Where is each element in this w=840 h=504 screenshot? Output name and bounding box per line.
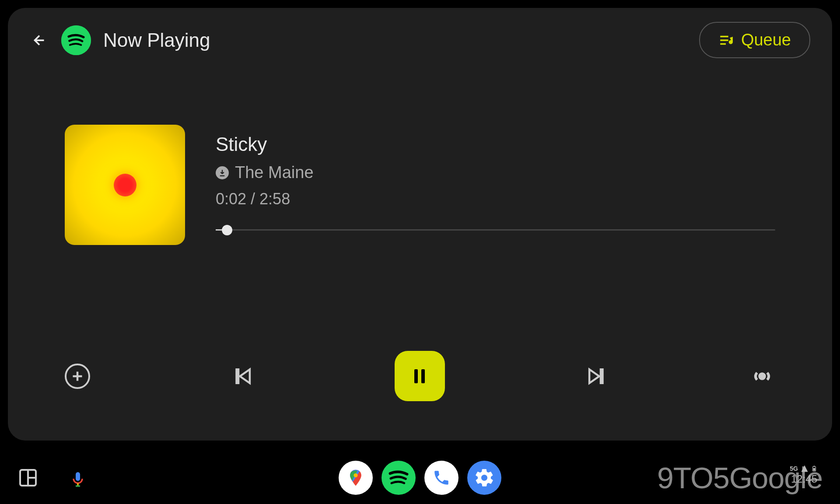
album-artwork	[65, 125, 185, 245]
spotify-logo-icon	[61, 25, 91, 55]
spotify-dock-icon	[382, 461, 416, 495]
svg-rect-7	[76, 472, 80, 481]
time-display: 0:02 / 2:58	[216, 190, 775, 208]
previous-track-button[interactable]	[229, 363, 256, 389]
page-title: Now Playing	[103, 29, 210, 51]
next-track-button[interactable]	[584, 363, 610, 389]
progress-thumb[interactable]	[222, 225, 232, 235]
total-time: 2:58	[259, 190, 290, 208]
maps-app-button[interactable]	[339, 461, 373, 495]
playback-controls	[8, 325, 832, 441]
svg-point-10	[354, 473, 357, 477]
nav-left	[18, 467, 87, 488]
downloaded-badge-icon	[216, 166, 229, 179]
skip-next-icon	[585, 364, 609, 388]
phone-icon	[432, 469, 451, 487]
maps-icon	[346, 468, 365, 487]
status-info: 5G 12:45	[790, 464, 817, 485]
nav-right: 9TO5Google 5G 12:45	[657, 461, 822, 495]
spotify-app-button[interactable]	[382, 461, 416, 495]
add-to-library-button[interactable]	[65, 364, 90, 389]
content-area: Sticky The Maine 0:02 / 2:58	[8, 72, 832, 325]
artist-row: The Maine	[216, 163, 775, 182]
dashboard-icon	[18, 467, 38, 488]
queue-icon	[718, 33, 733, 48]
system-navigation-bar: 9TO5Google 5G 12:45	[0, 452, 840, 504]
play-pause-button[interactable]	[395, 351, 445, 401]
voice-assistant-button[interactable]	[69, 469, 87, 486]
svg-rect-1	[414, 369, 418, 383]
battery-icon	[811, 464, 817, 473]
radio-button[interactable]	[749, 363, 775, 389]
signal-icon	[801, 465, 808, 472]
settings-app-button[interactable]	[467, 461, 501, 495]
status-icons: 5G	[790, 464, 817, 473]
time-separator: /	[246, 190, 259, 208]
track-title: Sticky	[216, 133, 775, 155]
track-info: Sticky The Maine 0:02 / 2:58	[216, 125, 775, 325]
app-dock	[339, 461, 501, 495]
svg-rect-2	[421, 369, 425, 383]
radio-icon	[750, 364, 774, 388]
pause-icon	[409, 366, 430, 387]
progress-bar[interactable]	[216, 229, 775, 231]
top-bar-left: Now Playing	[30, 25, 210, 55]
skip-previous-icon	[231, 364, 254, 388]
back-button[interactable]	[30, 31, 49, 50]
svg-rect-12	[814, 466, 815, 467]
queue-label: Queue	[741, 31, 791, 49]
current-time: 0:02	[216, 190, 246, 208]
album-art-detail	[114, 174, 136, 196]
phone-app-button[interactable]	[424, 461, 458, 495]
dashboard-button[interactable]	[18, 467, 38, 488]
clock: 12:45	[791, 473, 817, 485]
gear-icon	[474, 467, 495, 488]
queue-button[interactable]: Queue	[699, 22, 810, 58]
plus-icon	[70, 368, 85, 384]
artist-name: The Maine	[235, 163, 314, 182]
svg-rect-13	[813, 468, 816, 471]
network-label: 5G	[790, 465, 798, 472]
top-bar: Now Playing Queue	[8, 8, 832, 72]
media-player-window: Now Playing Queue Sticky	[8, 8, 832, 441]
svg-point-3	[760, 374, 765, 379]
microphone-icon	[69, 469, 87, 490]
